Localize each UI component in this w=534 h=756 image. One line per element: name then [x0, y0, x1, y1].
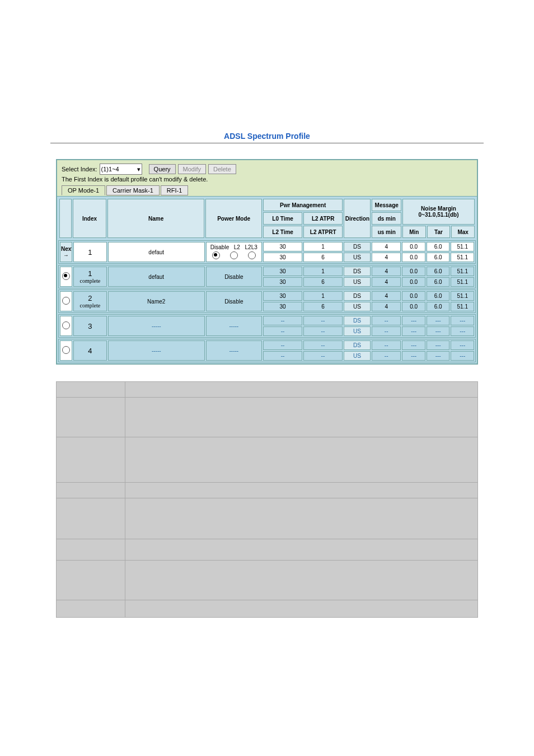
row-power-mode: -----: [206, 340, 263, 361]
table-row: Next→1defautDisableL2L2L3301DS40.06.051.…: [59, 241, 475, 263]
hdr-l2atprt: L2 ATPRT: [303, 226, 343, 238]
row-message: --: [372, 326, 401, 336]
row-radio[interactable]: [60, 267, 72, 287]
grid: Index Name Power Mode Pwr Management Dir…: [57, 197, 477, 363]
row-power-mode: Disable: [206, 291, 263, 311]
radio-icon: [62, 272, 70, 280]
row-nm-min: ---: [402, 326, 425, 336]
desc-cell-value: [125, 382, 478, 398]
chevron-down-icon: ▾: [137, 166, 140, 173]
desc-cell-label: [57, 561, 125, 600]
row-message: 4: [372, 253, 401, 262]
select-index-label: Select Index:: [62, 166, 97, 172]
row-l0time: 30: [263, 291, 302, 301]
description-table: [56, 381, 478, 618]
query-button[interactable]: Query: [149, 164, 176, 174]
hdr-min: Min: [402, 226, 426, 238]
desc-cell-label: [57, 498, 125, 539]
tab-carrier-mask[interactable]: Carrier Mask-1: [106, 185, 160, 195]
hdr-message: Message: [372, 199, 401, 211]
desc-cell-label: [57, 437, 125, 483]
row-direction: US: [344, 351, 371, 361]
row-radio[interactable]: [60, 291, 72, 311]
row-radio[interactable]: [60, 340, 72, 361]
row-message: 4: [372, 267, 401, 276]
row-message: --: [372, 340, 401, 350]
row-l2atpr: --: [303, 326, 343, 336]
row-name: defaut: [108, 242, 205, 262]
row-direction: DS: [344, 267, 371, 276]
row-nm-min: ---: [402, 340, 425, 350]
hdr-max: Max: [451, 226, 475, 238]
delete-button[interactable]: Delete: [208, 164, 236, 174]
toolbar-note: The First Index is default profile can't…: [62, 176, 472, 183]
next-indicator: Next→: [60, 242, 72, 262]
row-nm-tar: 6.0: [427, 253, 450, 262]
row-nm-tar: 6.0: [427, 267, 450, 276]
hdr-pwrmg: Pwr Management: [263, 199, 343, 211]
row-name: Name2: [108, 291, 205, 311]
row-nm-tar: 6.0: [427, 277, 450, 287]
row-name: -----: [108, 340, 205, 361]
hdr-noise: Noise Margin 0~31.0,51.1(db): [402, 199, 475, 225]
row-message: 4: [372, 277, 401, 287]
row-nm-max: 51.1: [451, 242, 474, 251]
desc-cell-label: [57, 382, 125, 398]
row-direction: DS: [344, 242, 371, 251]
radio-icon: [62, 297, 70, 305]
row-direction: DS: [344, 340, 371, 350]
radio-icon: [248, 251, 256, 259]
row-l2atpr: --: [303, 316, 343, 325]
tab-op-mode[interactable]: OP Mode-1: [62, 185, 105, 195]
row-l0time: --: [263, 316, 302, 325]
select-index-combo[interactable]: (1)1~4 ▾: [100, 164, 142, 175]
row-index: 2complete: [73, 291, 107, 311]
desc-cell-value: [125, 483, 478, 498]
tabs: OP Mode-1 Carrier Mask-1 RFI-1: [62, 185, 472, 195]
page-title: ADSL Spectrum Profile: [0, 132, 534, 143]
desc-cell-value: [125, 561, 478, 600]
profile-panel: Select Index: (1)1~4 ▾ Query Modify Dele…: [56, 159, 478, 365]
hdr-l2atpr: L2 ATPR: [303, 212, 343, 225]
row-power-mode: Disable: [206, 267, 263, 287]
row-radio[interactable]: [60, 316, 72, 336]
modify-button[interactable]: Modify: [178, 164, 206, 174]
desc-cell-value: [125, 398, 478, 437]
row-l0time: 30: [263, 277, 302, 287]
row-nm-tar: ---: [427, 351, 450, 361]
row-direction: DS: [344, 316, 371, 325]
hdr-name: Name: [107, 199, 204, 238]
toolbar: Select Index: (1)1~4 ▾ Query Modify Dele…: [57, 160, 477, 197]
row-message: 4: [372, 291, 401, 301]
row-power-mode[interactable]: DisableL2L2L3: [206, 242, 263, 262]
row-nm-max: ---: [451, 340, 474, 350]
row-nm-max: ---: [451, 316, 474, 325]
row-l2atpr: --: [303, 351, 343, 361]
row-direction: US: [344, 326, 371, 336]
row-nm-min: ---: [402, 351, 425, 361]
row-nm-max: 51.1: [451, 253, 474, 262]
row-message: 4: [372, 302, 401, 311]
radio-icon: [62, 346, 70, 354]
desc-cell-label: [57, 398, 125, 437]
row-l0time: 30: [263, 242, 302, 251]
row-nm-tar: ---: [427, 316, 450, 325]
row-nm-max: 51.1: [451, 291, 474, 301]
desc-cell-value: [125, 600, 478, 618]
row-nm-max: 51.1: [451, 277, 474, 287]
select-index-value: (1)1~4: [101, 166, 119, 172]
table-row: 2completeName2Disable301DS40.06.051.1306…: [59, 290, 475, 312]
radio-icon: [62, 321, 70, 329]
row-nm-min: 0.0: [402, 242, 425, 251]
row-l0time: 30: [263, 302, 302, 311]
row-power-mode: -----: [206, 316, 263, 336]
row-direction: DS: [344, 291, 371, 301]
row-l0time: 30: [263, 253, 302, 262]
hdr-usmin: us min: [372, 226, 401, 238]
row-index: 1complete: [73, 267, 107, 287]
tab-rfi[interactable]: RFI-1: [161, 185, 189, 195]
row-index: 3: [73, 316, 107, 336]
desc-cell-value: [125, 539, 478, 561]
row-nm-tar: 6.0: [427, 302, 450, 311]
grid-header: Index Name Power Mode Pwr Management Dir…: [58, 198, 476, 239]
